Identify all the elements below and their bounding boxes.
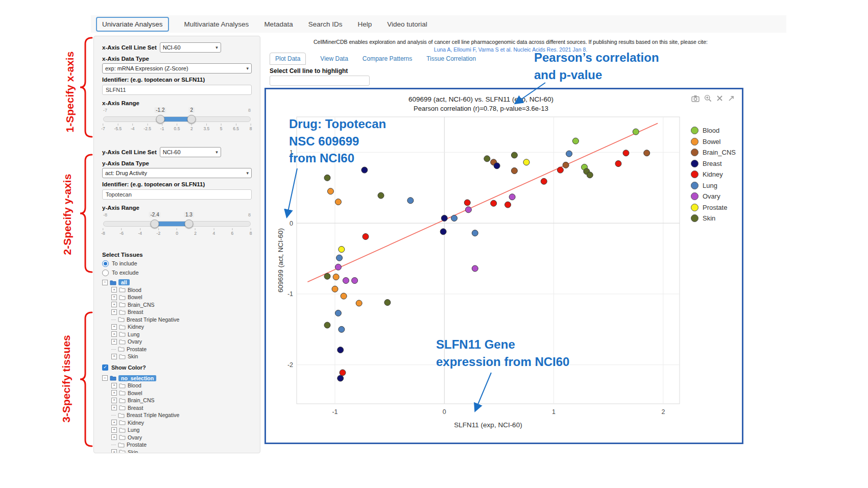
tab-view-data[interactable]: View Data [320,55,348,62]
slider-track[interactable] [103,116,251,122]
tree-item-kidney[interactable]: +Kidney [102,323,252,331]
camera-icon[interactable] [691,95,700,102]
data-point-bowel[interactable] [341,293,347,299]
data-point-prostate[interactable] [523,159,529,165]
data-point-breast[interactable] [440,229,446,235]
tab-compare-patterns[interactable]: Compare Patterns [363,55,412,62]
data-point-prostate[interactable] [339,246,345,252]
data-point-kidney[interactable] [491,200,497,206]
data-point-ovary[interactable] [352,278,358,284]
tree-item-lung[interactable]: +Lung [102,331,252,338]
tree-root-all[interactable]: −all [102,279,252,286]
data-point-kidney[interactable] [464,200,470,206]
tree-item-blood[interactable]: +Blood [102,286,252,294]
legend-item-bowel[interactable]: Bowel [691,136,742,148]
expand-icon[interactable]: + [111,398,117,403]
legend-item-breast[interactable]: Breast [691,158,742,169]
highlight-input[interactable] [270,76,370,86]
expand-icon[interactable]: + [111,302,117,307]
data-point-kidney[interactable] [363,234,369,240]
data-point-ovary[interactable] [509,194,515,200]
data-point-blood[interactable] [572,138,578,144]
data-point-lung[interactable] [407,198,414,204]
data-point-breast[interactable] [494,163,500,169]
tree-item-skin[interactable]: +Skin [102,353,252,360]
radio-to-exclude[interactable]: To exclude [102,269,252,277]
data-point-bowel[interactable] [327,188,333,194]
tree-item-brain-cns[interactable]: +Brain_CNS [102,301,252,309]
expand-icon[interactable]: + [111,339,117,345]
nav-tab-univariate-analyses[interactable]: Univariate Analyses [96,17,169,32]
tree-item-blood[interactable]: +Blood [102,382,252,389]
tree-item-lung[interactable]: +Lung [102,426,252,434]
data-point-bowel[interactable] [356,300,362,306]
nav-tab-multivariate-analyses[interactable]: Multivariate Analyses [184,20,249,28]
radio-to-include[interactable]: To include [102,259,252,267]
data-point-breast[interactable] [337,347,344,353]
data-point-skin[interactable] [324,175,330,181]
legend-item-prostate[interactable]: Prostate [691,202,742,213]
x-data-type-select[interactable]: exp: mRNA Expression (Z-Score) ▾ [102,63,252,74]
legend-item-blood[interactable]: Blood [691,125,742,136]
data-point-ovary[interactable] [465,207,471,213]
data-point-brain-cns[interactable] [511,167,517,174]
data-point-lung[interactable] [566,151,572,157]
data-point-breast[interactable] [441,215,447,221]
tree-item-breast[interactable]: +Breast [102,308,252,316]
data-point-skin[interactable] [587,172,593,178]
y-identifier-input[interactable] [102,189,252,200]
data-point-lung[interactable] [339,326,345,332]
data-point-breast[interactable] [337,375,344,381]
expand-icon[interactable]: + [111,331,117,337]
tab-tissue-correlation[interactable]: Tissue Correlation [426,55,476,62]
nav-tab-metadata[interactable]: Metadata [264,20,293,28]
legend-item-kidney[interactable]: Kidney [691,169,742,180]
data-point-ovary[interactable] [343,278,349,284]
expand-icon[interactable]: + [111,324,117,330]
data-point-lung[interactable] [335,310,341,316]
data-point-blood[interactable] [633,129,639,135]
data-point-ovary[interactable] [335,264,341,270]
tree-item-bowel[interactable]: +Bowel [102,389,252,397]
tree-item-prostate[interactable]: Prostate [102,441,252,449]
data-point-kidney[interactable] [557,167,563,173]
expand-icon[interactable]: + [111,287,117,292]
data-point-ovary[interactable] [472,265,478,272]
y-data-type-select[interactable]: act: Drug Activity ▾ [102,168,252,178]
expand-icon[interactable]: + [111,420,117,425]
expand-icon[interactable]: + [111,309,117,315]
legend-item-ovary[interactable]: Ovary [691,191,742,202]
data-point-kidney[interactable] [340,370,346,376]
data-point-lung[interactable] [451,215,457,221]
tree-item-brain-cns[interactable]: +Brain_CNS [102,397,252,404]
data-point-kidney[interactable] [505,202,511,208]
tree-root-no-selection[interactable]: −no_selection [102,375,252,382]
tree-item-skin[interactable]: +Skin [102,449,252,454]
tree-item-breast-triple-negative[interactable]: Breast Triple Negative [102,411,252,419]
show-color-checkbox[interactable]: Show Color? [102,363,252,372]
data-point-kidney[interactable] [623,150,629,156]
expand-icon[interactable] [728,95,735,102]
data-point-kidney[interactable] [615,161,621,167]
expand-icon[interactable]: + [111,295,117,300]
tree-item-breast-triple-negative[interactable]: Breast Triple Negative [102,316,252,324]
expand-icon[interactable]: + [111,405,117,410]
data-point-skin[interactable] [378,192,384,199]
x-range-slider[interactable]: -78-1.22-7-5.5-4-2.5-10.523.556.58 [103,113,251,142]
legend-item-lung[interactable]: Lung [691,180,742,191]
tree-item-ovary[interactable]: +Ovary [102,338,252,346]
nav-tab-search-ids[interactable]: Search IDs [308,20,343,28]
data-point-lung[interactable] [472,230,478,236]
x-identifier-input[interactable] [102,85,252,95]
expand-icon[interactable]: + [111,390,117,396]
tab-plot-data[interactable]: Plot Data [270,53,306,65]
expand-icon[interactable]: + [111,354,117,359]
legend-item-brain-cns[interactable]: Brain_CNS [691,147,742,158]
data-point-skin[interactable] [484,156,490,162]
data-point-brain-cns[interactable] [563,162,569,168]
data-point-lung[interactable] [336,255,343,261]
data-point-skin[interactable] [324,273,330,279]
tree-item-bowel[interactable]: +Bowel [102,294,252,301]
tree-item-prostate[interactable]: Prostate [102,346,252,353]
expand-icon[interactable]: + [111,427,117,433]
